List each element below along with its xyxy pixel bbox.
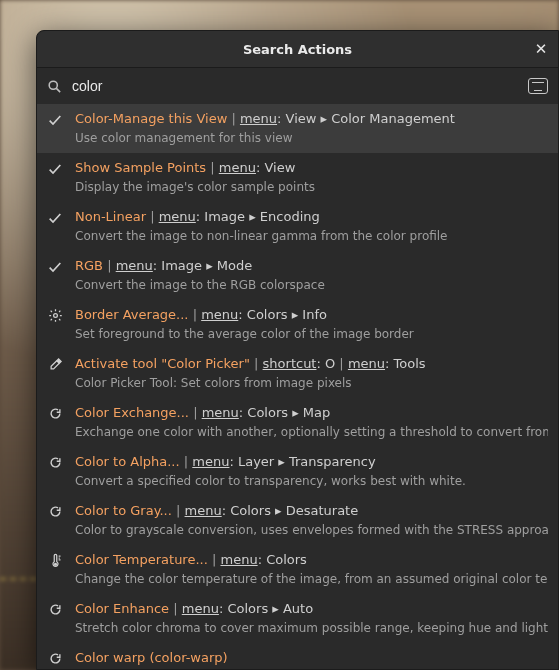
check-icon xyxy=(45,208,65,226)
gegl-icon xyxy=(45,600,65,617)
result-text: Non-Linear | menu: Image ▸ EncodingConve… xyxy=(75,208,548,244)
menu-label: menu xyxy=(185,503,222,518)
result-title: Color-Manage this View xyxy=(75,111,227,126)
result-title: Non-Linear xyxy=(75,209,146,224)
result-item[interactable]: Color warp (color-warp)Warps the colors … xyxy=(37,643,558,669)
gear-icon xyxy=(45,306,65,323)
result-title-line: Color warp (color-warp) xyxy=(75,649,548,667)
menu-path: : Colors xyxy=(258,552,307,567)
gegl-icon xyxy=(45,502,65,519)
result-item[interactable]: Color to Alpha... | menu: Layer ▸ Transp… xyxy=(37,447,558,496)
keyboard-icon[interactable] xyxy=(528,78,548,94)
svg-line-1 xyxy=(56,88,60,92)
result-title: Border Average... xyxy=(75,307,189,322)
result-text: Color-Manage this View | menu: View ▸ Co… xyxy=(75,110,548,146)
check-icon xyxy=(45,257,65,275)
result-title-line: Color to Alpha... | menu: Layer ▸ Transp… xyxy=(75,453,548,471)
result-text: Border Average... | menu: Colors ▸ InfoS… xyxy=(75,306,548,342)
result-title-line: Activate tool "Color Picker" | shortcut:… xyxy=(75,355,548,373)
shortcut-path: : O xyxy=(316,356,335,371)
result-title: Show Sample Points xyxy=(75,160,206,175)
result-item[interactable]: Color Exchange... | menu: Colors ▸ MapEx… xyxy=(37,398,558,447)
result-item[interactable]: Activate tool "Color Picker" | shortcut:… xyxy=(37,349,558,398)
result-description: Display the image's color sample points xyxy=(75,179,548,195)
menu-path: : View ▸ Color Management xyxy=(277,111,455,126)
gegl-icon xyxy=(45,649,65,666)
search-icon xyxy=(47,79,62,94)
result-description: Exchange one color with another, optiona… xyxy=(75,424,548,440)
menu-label: menu xyxy=(202,405,239,420)
result-description: Color Picker Tool: Set colors from image… xyxy=(75,375,548,391)
result-item[interactable]: Color-Manage this View | menu: View ▸ Co… xyxy=(37,104,558,153)
svg-point-0 xyxy=(49,81,57,89)
menu-label: menu xyxy=(219,160,256,175)
menu-path: : Tools xyxy=(385,356,426,371)
gegl-icon xyxy=(45,453,65,470)
check-icon xyxy=(45,159,65,177)
result-text: Color to Alpha... | menu: Layer ▸ Transp… xyxy=(75,453,548,489)
menu-label: menu xyxy=(240,111,277,126)
menu-path: : Colors ▸ Map xyxy=(239,405,330,420)
menu-path: : Colors ▸ Auto xyxy=(219,601,313,616)
result-description: Color to grayscale conversion, uses enve… xyxy=(75,522,548,538)
result-description: Change the color temperature of the imag… xyxy=(75,571,548,587)
close-icon: ✕ xyxy=(535,42,548,57)
titlebar: Search Actions ✕ xyxy=(37,31,558,68)
gegl-icon xyxy=(45,404,65,421)
result-title: RGB xyxy=(75,258,103,273)
result-item[interactable]: RGB | menu: Image ▸ ModeConvert the imag… xyxy=(37,251,558,300)
search-actions-dialog: Search Actions ✕ Color-Manage this View … xyxy=(36,30,559,670)
result-title: Color Exchange... xyxy=(75,405,189,420)
dialog-title: Search Actions xyxy=(243,42,352,57)
close-button[interactable]: ✕ xyxy=(532,40,550,58)
menu-label: menu xyxy=(116,258,153,273)
menu-label: menu xyxy=(220,552,257,567)
result-title-line: Color Temperature... | menu: Colors xyxy=(75,551,548,569)
result-text: Color warp (color-warp)Warps the colors … xyxy=(75,649,548,669)
result-title: Color Temperature... xyxy=(75,552,208,567)
result-title-line: Show Sample Points | menu: View xyxy=(75,159,548,177)
result-title: Color warp (color-warp) xyxy=(75,650,228,665)
shortcut-label: shortcut xyxy=(263,356,317,371)
result-description: Set foreground to the average color of t… xyxy=(75,326,548,342)
result-description: Convert the image to non-linear gamma fr… xyxy=(75,228,548,244)
search-bar xyxy=(37,68,558,105)
result-text: Activate tool "Color Picker" | shortcut:… xyxy=(75,355,548,391)
menu-label: menu xyxy=(192,454,229,469)
result-item[interactable]: Color to Gray... | menu: Colors ▸ Desatu… xyxy=(37,496,558,545)
result-title-line: Non-Linear | menu: Image ▸ Encoding xyxy=(75,208,548,226)
menu-path: : Image ▸ Mode xyxy=(153,258,252,273)
menu-path: : Layer ▸ Transparency xyxy=(229,454,375,469)
result-title-line: RGB | menu: Image ▸ Mode xyxy=(75,257,548,275)
result-text: Color Temperature... | menu: ColorsChang… xyxy=(75,551,548,587)
search-input[interactable] xyxy=(70,77,520,95)
menu-path: : Image ▸ Encoding xyxy=(196,209,320,224)
menu-path: : Colors ▸ Info xyxy=(238,307,327,322)
result-description: Use color management for this view xyxy=(75,130,548,146)
result-title-line: Color-Manage this View | menu: View ▸ Co… xyxy=(75,110,548,128)
menu-label: menu xyxy=(201,307,238,322)
picker-icon xyxy=(45,355,65,372)
result-title: Color Enhance xyxy=(75,601,169,616)
result-title: Color to Gray... xyxy=(75,503,172,518)
menu-label: menu xyxy=(348,356,385,371)
result-text: Color to Gray... | menu: Colors ▸ Desatu… xyxy=(75,502,548,538)
menu-path: : Colors ▸ Desaturate xyxy=(222,503,359,518)
result-text: RGB | menu: Image ▸ ModeConvert the imag… xyxy=(75,257,548,293)
result-title-line: Color to Gray... | menu: Colors ▸ Desatu… xyxy=(75,502,548,520)
results-list[interactable]: Color-Manage this View | menu: View ▸ Co… xyxy=(37,104,558,669)
result-title-line: Color Exchange... | menu: Colors ▸ Map xyxy=(75,404,548,422)
result-item[interactable]: Color Temperature... | menu: ColorsChang… xyxy=(37,545,558,594)
result-item[interactable]: Border Average... | menu: Colors ▸ InfoS… xyxy=(37,300,558,349)
result-title-line: Border Average... | menu: Colors ▸ Info xyxy=(75,306,548,324)
menu-label: menu xyxy=(159,209,196,224)
svg-point-2 xyxy=(53,314,57,318)
result-item[interactable]: Color Enhance | menu: Colors ▸ AutoStret… xyxy=(37,594,558,643)
svg-point-3 xyxy=(54,563,56,565)
menu-label: menu xyxy=(182,601,219,616)
result-text: Color Enhance | menu: Colors ▸ AutoStret… xyxy=(75,600,548,636)
result-title-line: Color Enhance | menu: Colors ▸ Auto xyxy=(75,600,548,618)
result-item[interactable]: Show Sample Points | menu: ViewDisplay t… xyxy=(37,153,558,202)
result-item[interactable]: Non-Linear | menu: Image ▸ EncodingConve… xyxy=(37,202,558,251)
check-icon xyxy=(45,110,65,128)
